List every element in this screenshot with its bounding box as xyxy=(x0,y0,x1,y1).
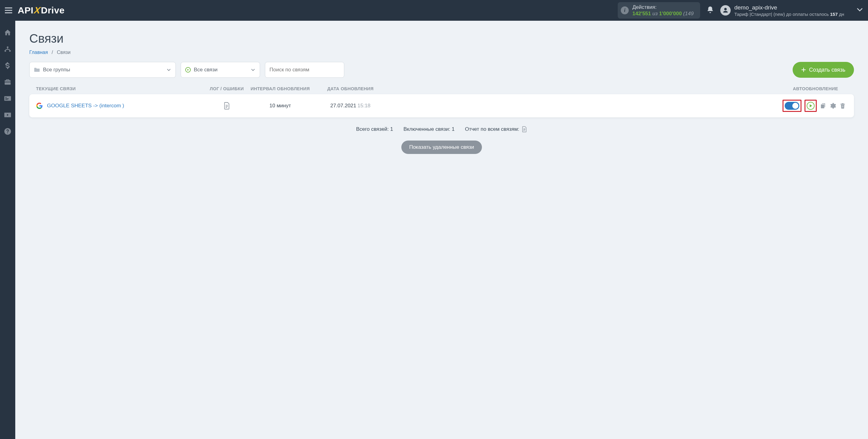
group-select[interactable]: Все группы xyxy=(29,62,176,78)
logo[interactable]: APIXDrive xyxy=(18,5,65,15)
group-select-label: Все группы xyxy=(43,67,70,73)
row-interval: 10 минут xyxy=(247,103,314,109)
sidebar-item-connections[interactable] xyxy=(4,45,11,53)
user-block[interactable]: demo_apix-drive Тариф |Стандарт| (new) д… xyxy=(720,4,844,17)
sidebar-item-help[interactable] xyxy=(4,128,11,135)
col-name: ТЕКУЩИЕ СВЯЗИ xyxy=(36,86,207,91)
actions-of: из xyxy=(652,11,657,16)
show-deleted-button[interactable]: Показать удаленные связи xyxy=(401,140,482,154)
col-interval: ИНТЕРВАЛ ОБНОВЛЕНИЯ xyxy=(247,86,314,91)
delete-button[interactable] xyxy=(839,102,846,109)
settings-button[interactable] xyxy=(830,102,836,109)
run-now-button[interactable] xyxy=(807,102,814,110)
actions-used: 142'551 xyxy=(632,11,651,16)
play-icon xyxy=(185,67,191,73)
user-tariff: Тариф |Стандарт| (new) до оплаты осталос… xyxy=(734,11,844,17)
avatar-icon xyxy=(720,5,731,15)
row-name-link[interactable]: GOOGLE SHEETS -> (intercom ) xyxy=(36,102,207,109)
col-auto: АВТООБНОВЛЕНИЕ xyxy=(387,86,847,91)
play-highlight xyxy=(805,100,817,112)
user-name: demo_apix-drive xyxy=(734,4,844,11)
actions-total: 1'000'000 xyxy=(659,11,682,16)
sidebar-item-video[interactable] xyxy=(4,111,11,119)
chevron-down-icon[interactable] xyxy=(857,6,863,14)
row-date: 27.07.202115:18 xyxy=(314,103,387,109)
actions-tail: (149 xyxy=(683,11,694,16)
sidebar-item-briefcase[interactable] xyxy=(4,78,11,86)
sidebar-item-home[interactable] xyxy=(4,29,11,37)
create-connection-label: Создать связь xyxy=(809,67,845,73)
copy-button[interactable] xyxy=(820,102,827,109)
breadcrumb-current: Связи xyxy=(57,50,70,55)
google-icon xyxy=(36,102,43,109)
search-input-wrap xyxy=(265,62,344,78)
col-log: ЛОГ / ОШИБКИ xyxy=(207,86,247,91)
sidebar-item-billing[interactable] xyxy=(4,62,11,69)
report-label: Отчет по всем связям: xyxy=(465,126,520,132)
bell-icon[interactable] xyxy=(706,6,714,15)
toolbar: Все группы Все связи Создать связь xyxy=(29,62,854,78)
header: APIXDrive i Действия: 142'551 из 1'000'0… xyxy=(0,0,868,21)
breadcrumb-sep: / xyxy=(52,50,53,55)
sidebar xyxy=(0,21,15,439)
toggle-highlight xyxy=(782,100,802,112)
plus-icon xyxy=(801,67,806,72)
info-icon: i xyxy=(621,6,629,14)
col-date: ДАТА ОБНОВЛЕНИЯ xyxy=(314,86,387,91)
hamburger-icon[interactable] xyxy=(5,7,12,13)
actions-label: Действия: xyxy=(632,4,694,10)
table-header: ТЕКУЩИЕ СВЯЗИ ЛОГ / ОШИБКИ ИНТЕРВАЛ ОБНО… xyxy=(29,83,854,94)
search-input[interactable] xyxy=(270,67,340,73)
chevron-down-icon xyxy=(166,67,171,72)
filter-select-label: Все связи xyxy=(194,67,218,73)
create-connection-button[interactable]: Создать связь xyxy=(793,62,854,78)
chevron-down-icon xyxy=(251,67,255,72)
report-link[interactable]: Отчет по всем связям: xyxy=(465,126,527,133)
folder-icon xyxy=(34,67,40,72)
main-content: Связи Главная / Связи Все группы Все свя… xyxy=(15,21,868,439)
page-title: Связи xyxy=(29,32,854,45)
log-button[interactable] xyxy=(207,102,247,110)
footer-stats: Всего связей: 1 Включенные связи: 1 Отче… xyxy=(29,126,854,133)
total-count: Всего связей: 1 xyxy=(356,126,393,132)
table-row: GOOGLE SHEETS -> (intercom ) 10 минут 27… xyxy=(29,94,854,117)
auto-update-toggle[interactable] xyxy=(785,102,799,110)
actions-badge[interactable]: i Действия: 142'551 из 1'000'000 (149 xyxy=(618,2,700,19)
filter-select[interactable]: Все связи xyxy=(181,62,260,78)
file-icon xyxy=(223,102,230,110)
file-icon xyxy=(522,126,527,133)
enabled-count: Включенные связи: 1 xyxy=(403,126,455,132)
breadcrumb-home[interactable]: Главная xyxy=(29,50,48,55)
sidebar-item-card[interactable] xyxy=(4,95,11,102)
breadcrumb: Главная / Связи xyxy=(29,50,854,55)
row-name-text: GOOGLE SHEETS -> (intercom ) xyxy=(47,103,124,109)
